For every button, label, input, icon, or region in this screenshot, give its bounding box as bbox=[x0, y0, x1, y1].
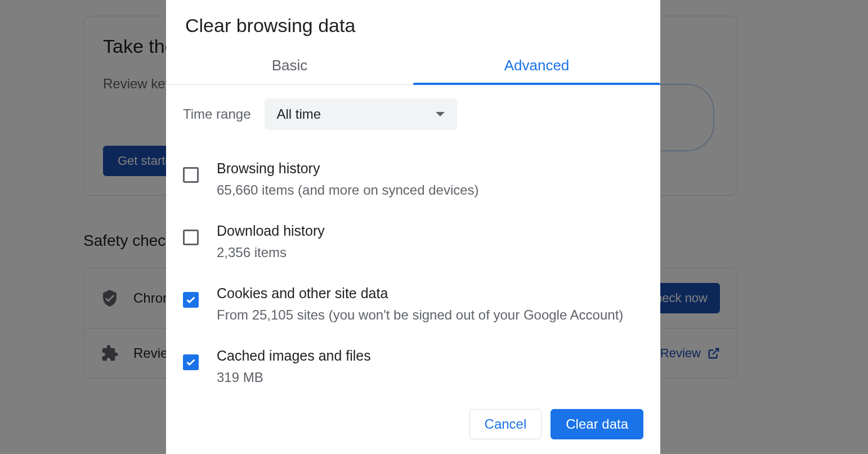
time-range-label: Time range bbox=[183, 106, 251, 122]
clear-data-label: Clear data bbox=[566, 416, 628, 431]
cancel-button[interactable]: Cancel bbox=[469, 409, 542, 439]
option-subtitle: 65,660 items (and more on synced devices… bbox=[217, 180, 643, 200]
tab-advanced-label: Advanced bbox=[504, 57, 570, 74]
option-title: Browsing history bbox=[217, 160, 643, 177]
options-list: Browsing history 65,660 items (and more … bbox=[183, 140, 660, 394]
triangle-down-icon bbox=[436, 112, 445, 116]
dialog-title: Clear browsing data bbox=[185, 15, 641, 37]
option-subtitle: From 25,105 sites (you won't be signed o… bbox=[217, 305, 643, 325]
checkbox-download-history[interactable] bbox=[183, 230, 199, 245]
dialog-tabs: Basic Advanced bbox=[166, 48, 660, 85]
clear-browsing-data-dialog: Clear browsing data Basic Advanced Time … bbox=[166, 0, 660, 454]
time-range-value: All time bbox=[277, 106, 321, 122]
option-title: Cached images and files bbox=[217, 348, 643, 364]
checkbox-cached[interactable] bbox=[183, 354, 199, 370]
option-title: Cookies and other site data bbox=[217, 285, 643, 302]
checkmark-icon bbox=[186, 359, 195, 366]
checkmark-icon bbox=[186, 296, 195, 303]
tab-basic-label: Basic bbox=[272, 57, 308, 74]
time-range-select[interactable]: All time bbox=[265, 98, 457, 130]
clear-data-button[interactable]: Clear data bbox=[551, 409, 643, 439]
option-cookies[interactable]: Cookies and other site data From 25,105 … bbox=[183, 276, 660, 339]
dialog-footer: Cancel Clear data bbox=[166, 394, 660, 454]
option-cached[interactable]: Cached images and files 319 MB bbox=[183, 339, 660, 394]
cancel-label: Cancel bbox=[485, 416, 527, 431]
option-download-history[interactable]: Download history 2,356 items bbox=[183, 214, 660, 276]
dialog-header: Clear browsing data bbox=[166, 0, 660, 48]
option-title: Download history bbox=[217, 223, 643, 239]
option-browsing-history[interactable]: Browsing history 65,660 items (and more … bbox=[183, 151, 660, 214]
dialog-body[interactable]: Time range All time Browsing history 65,… bbox=[166, 85, 660, 394]
tab-basic[interactable]: Basic bbox=[166, 48, 413, 84]
time-range-row: Time range All time bbox=[183, 85, 660, 140]
option-subtitle: 2,356 items bbox=[217, 242, 643, 263]
option-subtitle: 319 MB bbox=[217, 367, 643, 388]
tab-advanced[interactable]: Advanced bbox=[413, 48, 660, 84]
checkbox-browsing-history[interactable] bbox=[183, 167, 199, 183]
checkbox-cookies[interactable] bbox=[183, 292, 199, 308]
